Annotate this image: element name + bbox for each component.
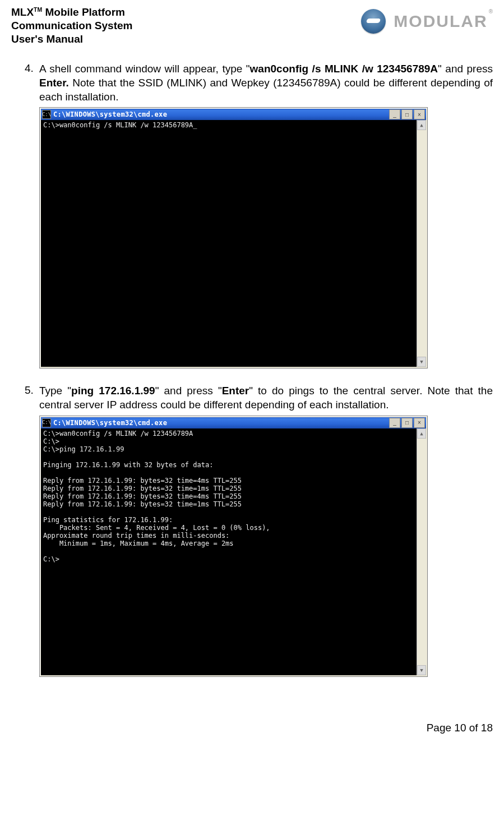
console-window-1: C:\ C:\WINDOWS\system32\cmd.exe _ □ × C:… (39, 107, 428, 368)
console-titlebar: C:\ C:\WINDOWS\system32\cmd.exe _ □ × (41, 417, 426, 428)
term-line: Minimum = 1ms, Maximum = 4ms, Average = … (43, 540, 414, 547)
term-line: C:\> (43, 555, 414, 563)
close-button[interactable]: × (414, 109, 425, 119)
registered-symbol: ® (489, 8, 494, 15)
term-line: Ping statistics for 172.16.1.99: (43, 516, 414, 524)
page-header: MLXTM Mobile Platform Communication Syst… (11, 6, 493, 45)
term-line: Reply from 172.16.1.99: bytes=32 time=4m… (43, 477, 414, 485)
term-line: Reply from 172.16.1.99: bytes=32 time=4m… (43, 492, 414, 500)
cmd-icon: C:\ (42, 110, 51, 119)
brand-logo: MODULAR® (361, 6, 493, 34)
trademark-symbol: TM (34, 7, 42, 13)
console-title: C:\WINDOWS\system32\cmd.exe (53, 110, 388, 118)
step-4: 4. A shell command window will appear, t… (11, 62, 493, 368)
term-line (43, 508, 414, 516)
term-line: C:\>ping 172.16.1.99 (43, 445, 414, 453)
term-line: C:\>wan0config /s MLINK /w 123456789A_ (43, 121, 414, 129)
step-5-text: Type "ping 172.16.1.99" and press "Enter… (39, 384, 493, 412)
doc-title-line2: Communication System (11, 19, 132, 33)
term-line (43, 453, 414, 461)
logo-wordmark: MODULAR® (394, 12, 493, 31)
term-line: C:\>wan0config /s MLINK /w 123456789A (43, 430, 414, 437)
scroll-up-icon[interactable]: ▲ (417, 428, 426, 439)
minimize-button[interactable]: _ (389, 109, 400, 119)
product-prefix: MLX (11, 6, 34, 18)
term-line: C:\> (43, 437, 414, 445)
step-number: 5. (11, 384, 39, 676)
console-body[interactable]: C:\>wan0config /s MLINK /w 123456789A_ (41, 120, 417, 367)
page-footer: Page 10 of 18 (11, 722, 493, 734)
term-line (43, 469, 414, 477)
term-line: Pinging 172.16.1.99 with 32 bytes of dat… (43, 461, 414, 469)
doc-title-block: MLXTM Mobile Platform Communication Syst… (11, 6, 132, 45)
term-line: Approximate round trip times in milli-se… (43, 532, 414, 540)
scroll-down-icon[interactable]: ▼ (417, 357, 426, 367)
console-titlebar: C:\ C:\WINDOWS\system32\cmd.exe _ □ × (41, 109, 426, 120)
step-number: 4. (11, 62, 39, 368)
console-scrollbar[interactable]: ▲ ▼ (417, 428, 426, 675)
logo-badge-icon (361, 9, 386, 34)
close-button[interactable]: × (414, 418, 425, 428)
term-line: Reply from 172.16.1.99: bytes=32 time=1m… (43, 500, 414, 508)
console-body[interactable]: C:\>wan0config /s MLINK /w 123456789A C:… (41, 428, 417, 675)
term-line: Packets: Sent = 4, Received = 4, Lost = … (43, 524, 414, 532)
scroll-up-icon[interactable]: ▲ (417, 120, 426, 130)
scroll-track[interactable] (417, 439, 426, 665)
cmd-icon: C:\ (42, 418, 51, 427)
step-5: 5. Type "ping 172.16.1.99" and press "En… (11, 384, 493, 676)
term-line: Reply from 172.16.1.99: bytes=32 time=1m… (43, 485, 414, 492)
console-scrollbar[interactable]: ▲ ▼ (417, 120, 426, 367)
maximize-button[interactable]: □ (401, 109, 413, 119)
step-4-text: A shell command window will appear, type… (39, 62, 493, 104)
console-title: C:\WINDOWS\system32\cmd.exe (53, 419, 388, 427)
term-line (43, 547, 414, 555)
doc-title-line3: User's Manual (11, 33, 132, 46)
minimize-button[interactable]: _ (389, 418, 400, 428)
scroll-down-icon[interactable]: ▼ (417, 665, 426, 675)
console-window-2: C:\ C:\WINDOWS\system32\cmd.exe _ □ × C:… (39, 416, 428, 677)
maximize-button[interactable]: □ (401, 418, 413, 428)
product-name-rest: Mobile Platform (42, 6, 125, 18)
scroll-track[interactable] (417, 130, 426, 357)
